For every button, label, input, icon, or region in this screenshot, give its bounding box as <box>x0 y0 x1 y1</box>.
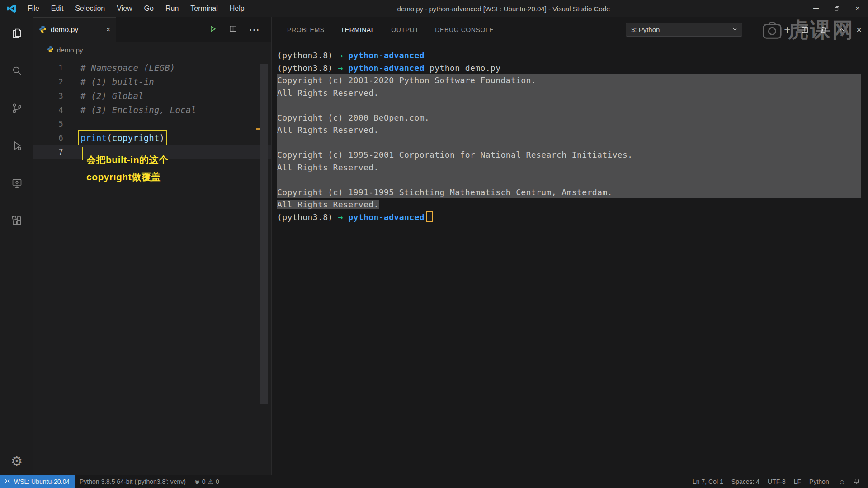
code-text: # (1) built-in <box>73 75 154 89</box>
error-icon: ⊗ <box>194 478 200 485</box>
terminal-line: All Rights Reserved. <box>277 161 861 174</box>
code-text <box>73 117 80 131</box>
python-interpreter-status[interactable]: Python 3.8.5 64-bit ('python3.8': venv) <box>75 478 190 485</box>
status-lf[interactable]: LF <box>790 478 805 485</box>
panel-actions: + × <box>784 17 862 42</box>
explorer-icon <box>11 27 23 41</box>
status-python[interactable]: Python <box>805 478 833 485</box>
close-panel-icon[interactable]: × <box>856 25 862 34</box>
code-line: 4# (3) Enclosing, Local <box>33 103 271 117</box>
extensions-icon <box>11 215 23 229</box>
menu-file[interactable]: File <box>22 0 45 17</box>
activity-item-search[interactable] <box>5 60 28 83</box>
print-highlight-box: print(copyright) <box>80 133 165 143</box>
line-number: 3 <box>33 89 73 103</box>
breadcrumb-file: demo.py <box>57 46 83 54</box>
menu-go[interactable]: Go <box>138 0 160 17</box>
chevron-down-icon <box>731 26 738 34</box>
menu-run[interactable]: Run <box>160 0 184 17</box>
kill-terminal-trash-icon[interactable] <box>819 26 827 34</box>
menu-terminal[interactable]: Terminal <box>184 0 223 17</box>
menu-bar: FileEditSelectionViewGoRunTerminalHelp <box>22 0 250 17</box>
activity-item-extensions[interactable] <box>5 210 28 233</box>
problems-status[interactable]: ⊗ 0 ⚠ 0 <box>190 478 224 485</box>
minimize-button[interactable]: ─ <box>806 0 826 17</box>
code-token: print <box>80 133 107 143</box>
panel-tab-debug-console[interactable]: DEBUG CONSOLE <box>435 23 494 36</box>
editor-code[interactable]: 1# Namespace (LEGB)2# (1) built-in3# (2)… <box>33 57 271 159</box>
code-token: # Namespace (LEGB) <box>80 63 175 73</box>
prompt-arrow-icon: → <box>338 212 348 222</box>
prompt-directory: python-advanced <box>348 212 425 222</box>
menu-edit[interactable]: Edit <box>45 0 70 17</box>
error-count: 0 <box>202 478 206 485</box>
menu-selection[interactable]: Selection <box>69 0 111 17</box>
menu-view[interactable]: View <box>111 0 138 17</box>
new-terminal-icon[interactable]: + <box>784 24 790 35</box>
terminal-picker[interactable]: 3: Python <box>626 23 742 37</box>
maximize-panel-chevron-icon[interactable] <box>838 26 846 34</box>
code-text: # (2) Global <box>73 89 144 103</box>
run-file-button[interactable] <box>208 24 217 35</box>
tab-label: demo.py <box>51 26 78 34</box>
panel-tabs: PROBLEMSTERMINALOUTPUTDEBUG CONSOLE <box>287 17 494 42</box>
status-spaces-4[interactable]: Spaces: 4 <box>727 478 764 485</box>
status-utf-8[interactable]: UTF-8 <box>764 478 790 485</box>
more-actions-icon[interactable]: ⋯ <box>249 24 259 35</box>
split-terminal-icon[interactable] <box>801 26 809 34</box>
python-file-icon <box>39 25 47 35</box>
terminal-line: All Rights Reserved. <box>277 87 861 99</box>
terminal-line <box>277 174 861 186</box>
annotation-pointer-line <box>82 147 83 160</box>
feedback-icon[interactable]: ☺ <box>836 478 848 486</box>
terminal-output[interactable]: (python3.8) → python-advanced(python3.8)… <box>272 49 868 475</box>
terminal-line <box>277 136 861 149</box>
panel-tab-problems[interactable]: PROBLEMS <box>287 23 325 36</box>
terminal-line: All Rights Reserved. <box>277 124 861 136</box>
source-control-icon <box>11 102 23 116</box>
line-number: 6 <box>33 131 73 145</box>
close-button[interactable]: × <box>847 0 868 17</box>
code-line: 1# Namespace (LEGB) <box>33 61 271 75</box>
editor-scrollbar[interactable] <box>260 64 268 404</box>
terminal-picker-value: 3: Python <box>631 26 660 33</box>
activity-item-source-control[interactable] <box>5 98 28 120</box>
code-token: # (1) built-in <box>80 77 154 87</box>
panel-header: PROBLEMSTERMINALOUTPUTDEBUG CONSOLE 3: P… <box>272 17 868 42</box>
terminal-line: Copyright (c) 1995-2001 Corporation for … <box>277 149 861 161</box>
code-line: 3# (2) Global <box>33 89 271 103</box>
remote-indicator[interactable]: WSL: Ubuntu-20.04 <box>0 475 75 488</box>
panel-region: PROBLEMSTERMINALOUTPUTDEBUG CONSOLE 3: P… <box>271 17 868 475</box>
vscode-logo-icon <box>6 3 18 14</box>
title-bar: FileEditSelectionViewGoRunTerminalHelp d… <box>0 0 868 17</box>
notifications-bell-icon[interactable] <box>851 478 863 486</box>
restore-button[interactable] <box>826 0 847 17</box>
output-text: Copyright (c) 2001-2020 Python Software … <box>277 75 536 85</box>
search-icon <box>11 65 23 79</box>
panel-tab-terminal[interactable]: TERMINAL <box>341 23 375 36</box>
activity-item-explorer[interactable] <box>5 23 28 45</box>
menu-help[interactable]: Help <box>224 0 250 17</box>
settings-gear-icon[interactable]: ⚙ <box>11 455 23 468</box>
code-token: ) <box>160 133 165 143</box>
code-token: copyright <box>112 133 160 143</box>
activity-item-remote-explorer[interactable] <box>5 173 28 195</box>
split-editor-icon[interactable] <box>229 24 237 35</box>
activity-bar: ⚙ <box>0 17 33 475</box>
status-ln-7-col-1[interactable]: Ln 7, Col 1 <box>689 478 727 485</box>
code-token: # (3) Enclosing, Local <box>80 105 196 115</box>
code-text: # (3) Enclosing, Local <box>73 103 196 117</box>
breadcrumb[interactable]: demo.py <box>33 42 271 57</box>
tab-demo-py[interactable]: demo.py × <box>33 17 116 42</box>
tab-close-icon[interactable]: × <box>106 26 110 34</box>
status-bar: WSL: Ubuntu-20.04 Python 3.8.5 64-bit ('… <box>0 475 868 488</box>
warning-count: 0 <box>216 478 219 485</box>
output-text: All Rights Reserved. <box>277 163 379 172</box>
venv-label: (python3.8) <box>277 212 338 222</box>
terminal-cursor <box>426 211 433 222</box>
line-number: 1 <box>33 61 73 75</box>
panel-tab-output[interactable]: OUTPUT <box>391 23 419 36</box>
code-line: 5 <box>33 117 271 131</box>
line-number: 4 <box>33 103 73 117</box>
activity-item-run-debug[interactable] <box>5 135 28 158</box>
